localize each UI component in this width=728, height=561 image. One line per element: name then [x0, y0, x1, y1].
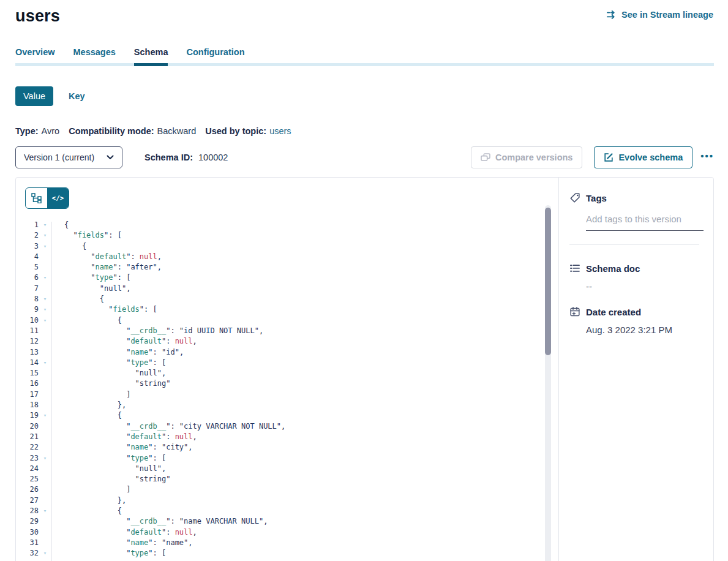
code-text: "fields": [ — [51, 230, 122, 241]
see-in-stream-lineage-label: See in Stream lineage — [621, 10, 713, 20]
fold-toggle-icon[interactable]: ▾ — [39, 410, 51, 421]
value-toggle-button[interactable]: Value — [15, 86, 53, 106]
code-text: { — [51, 220, 69, 230]
fold-toggle-icon[interactable]: ▾ — [39, 548, 51, 559]
code-text: { — [51, 315, 122, 326]
code-text: "name": "name", — [51, 538, 193, 548]
tree-view-button[interactable] — [26, 188, 47, 208]
code-line: 6▾"type": [ — [16, 273, 558, 283]
code-line: 8▾{ — [16, 294, 558, 304]
fold-spacer — [39, 464, 51, 474]
edit-icon — [604, 152, 614, 162]
line-number: 18 — [16, 400, 39, 410]
version-bar: Version 1 (current) Schema ID: 100002 Co… — [15, 146, 714, 168]
code-line: 14▾"type": [ — [16, 358, 558, 368]
schema-editor: </> 1▾{2▾"fields": [3▾{4"default": null,… — [16, 178, 559, 561]
evolve-schema-button[interactable]: Evolve schema — [594, 146, 692, 168]
code-text: { — [51, 294, 104, 304]
fold-toggle-icon[interactable]: ▾ — [39, 506, 51, 516]
code-line: 5"name": "after", — [16, 262, 558, 273]
fold-toggle-icon[interactable]: ▾ — [39, 273, 51, 283]
code-text: { — [51, 506, 122, 516]
code-line: 12"default": null, — [16, 336, 558, 347]
code-view-button[interactable]: </> — [47, 188, 69, 208]
code-text: "name": "after", — [51, 262, 162, 273]
fold-spacer — [39, 326, 51, 336]
editor-scrollbar-thumb[interactable] — [545, 208, 551, 355]
line-number: 3 — [16, 241, 39, 252]
fold-toggle-icon[interactable]: ▾ — [39, 358, 51, 368]
code-line: 22"name": "city", — [16, 442, 558, 453]
code-text: "type": [ — [51, 548, 166, 559]
code-line: 26] — [16, 484, 558, 495]
line-number: 14 — [16, 358, 39, 368]
tree-view-icon — [31, 193, 42, 203]
meta-value: Avro — [42, 126, 60, 136]
line-number: 6 — [16, 273, 39, 283]
fold-toggle-icon[interactable]: ▾ — [39, 294, 51, 304]
tab-overview[interactable]: Overview — [15, 47, 55, 66]
code-line: 15"null", — [16, 368, 558, 378]
code-text: "default": null, — [51, 336, 197, 347]
version-select[interactable]: Version 1 (current) — [15, 146, 122, 168]
see-in-stream-lineage-link[interactable]: See in Stream lineage — [606, 10, 713, 20]
code-viewer: 1▾{2▾"fields": [3▾{4"default": null,5"na… — [16, 220, 558, 561]
fold-toggle-icon[interactable]: ▾ — [39, 220, 51, 230]
code-text: "null", — [51, 464, 166, 474]
fold-toggle-icon[interactable]: ▾ — [39, 230, 51, 241]
list-icon — [569, 263, 580, 274]
code-line: 25"string" — [16, 474, 558, 484]
compare-versions-button[interactable]: Compare versions — [471, 146, 583, 168]
more-actions-button[interactable]: ••• — [700, 151, 714, 164]
code-text: "__crdb__": "city VARCHAR NOT NULL", — [51, 421, 285, 432]
add-tags-input[interactable] — [586, 214, 704, 231]
code-line: 7"null", — [16, 284, 558, 294]
code-line: 18}, — [16, 400, 558, 410]
code-line: 24"null", — [16, 464, 558, 474]
code-view-icon: </> — [52, 194, 64, 202]
code-line: 32▾"type": [ — [16, 548, 558, 559]
key-toggle-button[interactable]: Key — [69, 91, 85, 101]
tab-schema[interactable]: Schema — [134, 47, 168, 66]
line-number: 16 — [16, 378, 39, 389]
tab-configuration[interactable]: Configuration — [186, 47, 244, 66]
fold-toggle-icon[interactable]: ▾ — [39, 315, 51, 326]
schema-id-value: 100002 — [198, 152, 228, 162]
code-text: "name": "id", — [51, 347, 184, 358]
code-line: 4"default": null, — [16, 252, 558, 262]
date-created-title: Date created — [586, 307, 641, 317]
meta-value-link[interactable]: users — [269, 126, 291, 136]
fold-spacer — [39, 400, 51, 410]
compare-versions-label: Compare versions — [495, 152, 573, 162]
fold-toggle-icon[interactable]: ▾ — [39, 453, 51, 464]
line-number: 11 — [16, 326, 39, 336]
tab-messages[interactable]: Messages — [73, 47, 116, 66]
code-line: 17] — [16, 390, 558, 400]
code-text: }, — [51, 400, 126, 410]
line-number: 10 — [16, 315, 39, 326]
fold-spacer — [39, 390, 51, 400]
evolve-schema-label: Evolve schema — [618, 152, 683, 162]
code-line: 23▾"type": [ — [16, 453, 558, 464]
chevron-down-icon — [107, 155, 114, 160]
fold-spacer — [39, 495, 51, 506]
fold-toggle-icon[interactable]: ▾ — [39, 304, 51, 315]
code-line: 13"name": "id", — [16, 347, 558, 358]
line-number: 7 — [16, 284, 39, 294]
code-line: 16"string" — [16, 378, 558, 389]
code-line: 11"__crdb__": "id UUID NOT NULL", — [16, 326, 558, 336]
schema-id: Schema ID: 100002 — [144, 152, 228, 162]
code-line: 1▾{ — [16, 220, 558, 230]
line-number: 12 — [16, 336, 39, 347]
code-line: 10▾{ — [16, 315, 558, 326]
meta-value: Backward — [157, 126, 197, 136]
fold-toggle-icon[interactable]: ▾ — [39, 241, 51, 252]
fold-spacer — [39, 442, 51, 453]
schema-card: </> 1▾{2▾"fields": [3▾{4"default": null,… — [15, 177, 714, 561]
meta-item: Type:Avro — [15, 126, 59, 136]
fold-spacer — [39, 474, 51, 484]
code-line: 9▾"fields": [ — [16, 304, 558, 315]
code-text: ] — [51, 484, 130, 495]
date-created-section: Date created Aug. 3 2022 3:21 PM — [569, 306, 704, 335]
editor-view-toggle: </> — [25, 187, 69, 209]
